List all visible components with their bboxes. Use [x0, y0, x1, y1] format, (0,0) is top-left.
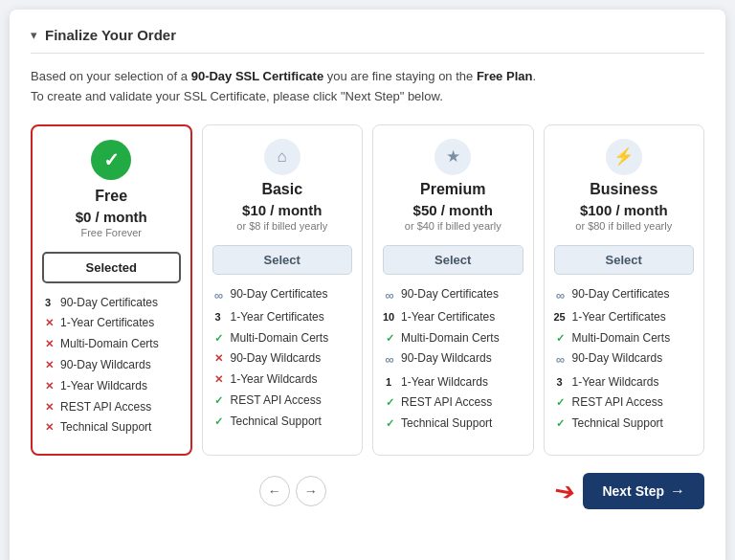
- feature-item: ✕Technical Support: [42, 419, 181, 436]
- feature-check-icon: ✓: [554, 395, 568, 410]
- feature-item: ✓Technical Support: [383, 415, 523, 432]
- feature-num-icon: 3: [554, 375, 568, 390]
- plan-name: Free: [42, 188, 181, 205]
- feature-inf-icon: ∞: [383, 351, 396, 369]
- feature-num-icon: 3: [42, 296, 56, 310]
- main-container: ▾ Finalize Your Order Based on your sele…: [10, 10, 725, 560]
- feature-text: REST API Access: [60, 399, 151, 415]
- plan-icon-star: ★: [434, 139, 471, 175]
- plan-billing: or $8 if billed yearly: [212, 220, 353, 235]
- next-step-button[interactable]: Next Step →: [583, 473, 704, 509]
- plan-name: Business: [554, 181, 695, 198]
- feature-item: ✓Technical Support: [212, 414, 353, 430]
- plan-select-button[interactable]: Select: [212, 245, 353, 275]
- feature-text: REST API Access: [401, 394, 492, 411]
- feature-text: 90-Day Certificates: [572, 286, 670, 302]
- feature-count: 1: [386, 376, 391, 388]
- feature-text: 1-Year Certificates: [572, 309, 666, 325]
- feature-text: 90-Day Certificates: [60, 295, 158, 311]
- feature-text: Multi-Domain Certs: [60, 336, 159, 352]
- feature-check-icon: ✓: [212, 414, 226, 429]
- feature-item: ✕REST API Access: [42, 399, 181, 415]
- feature-item: ✓REST API Access: [212, 392, 353, 409]
- plan-price: $100 / month: [554, 202, 695, 218]
- feature-check-icon: ✓: [383, 416, 396, 431]
- feature-text: 1-Year Wildcards: [572, 374, 659, 391]
- feature-text: 1-Year Wildcards: [231, 371, 318, 388]
- feature-check-icon: ✓: [212, 393, 226, 408]
- feature-inf-icon: ∞: [554, 351, 568, 369]
- feature-item: ✕90-Day Wildcards: [212, 350, 353, 367]
- feature-num-icon: 25: [554, 310, 568, 325]
- nav-arrows: ← →: [259, 476, 326, 506]
- feature-text: REST API Access: [572, 394, 663, 411]
- feature-list: 390-Day Certificates✕1-Year Certificates…: [42, 295, 181, 437]
- plan-billing: or $80 if billed yearly: [554, 220, 695, 235]
- plan-select-button[interactable]: Select: [383, 245, 523, 275]
- feature-text: Technical Support: [401, 415, 492, 432]
- back-button[interactable]: ←: [259, 476, 290, 506]
- feature-check-icon: ✓: [383, 395, 396, 410]
- info-text: Based on your selection of a 90-Day SSL …: [31, 67, 704, 107]
- feature-count: 3: [556, 376, 562, 388]
- feature-text: Technical Support: [231, 414, 322, 430]
- feature-text: 1-Year Wildcards: [60, 378, 147, 394]
- feature-text: 1-Year Wildcards: [401, 374, 488, 391]
- feature-text: 90-Day Certificates: [231, 286, 328, 302]
- feature-text: 1-Year Certificates: [60, 315, 154, 331]
- next-step-arrow-icon: →: [670, 482, 685, 500]
- feature-inf-icon: ∞: [554, 287, 568, 304]
- feature-cross-icon: ✕: [212, 351, 226, 366]
- feature-check-icon: ✓: [383, 331, 396, 346]
- feature-text: Technical Support: [60, 419, 151, 436]
- feature-count: 3: [45, 297, 51, 308]
- red-arrow-pointer: ➔: [552, 475, 578, 507]
- feature-item: ✕1-Year Wildcards: [212, 371, 353, 388]
- plan-icon-free: ✓: [91, 140, 131, 180]
- feature-check-icon: ✓: [554, 331, 568, 346]
- feature-cross-icon: ✕: [42, 316, 56, 330]
- feature-cross-icon: ✕: [42, 379, 56, 393]
- feature-check-icon: ✓: [212, 331, 226, 346]
- section-title: Finalize Your Order: [45, 27, 176, 43]
- feature-list: ∞90-Day Certificates31-Year Certificates…: [212, 286, 353, 430]
- plan-name: Basic: [212, 181, 353, 198]
- feature-cross-icon: ✕: [42, 400, 56, 414]
- feature-text: REST API Access: [231, 392, 322, 409]
- feature-item: ∞90-Day Certificates: [383, 286, 523, 304]
- chevron-icon: ▾: [31, 28, 37, 42]
- feature-text: Technical Support: [572, 415, 663, 432]
- plans-grid: ✓ Free $0 / month Free Forever Selected …: [31, 124, 704, 457]
- plan-price: $0 / month: [42, 209, 181, 225]
- feature-item: ∞90-Day Wildcards: [554, 350, 695, 369]
- feature-text: Multi-Domain Certs: [401, 330, 500, 347]
- feature-text: 90-Day Certificates: [401, 286, 499, 302]
- feature-item: 11-Year Wildcards: [383, 374, 523, 391]
- feature-item: ✓Technical Support: [554, 415, 695, 432]
- next-step-label: Next Step: [602, 483, 664, 499]
- plan-select-button[interactable]: Select: [554, 245, 695, 275]
- feature-num-icon: 1: [383, 375, 396, 390]
- plan-select-button[interactable]: Selected: [42, 252, 181, 283]
- feature-text: 90-Day Wildcards: [60, 357, 151, 373]
- feature-item: ∞90-Day Certificates: [212, 286, 353, 304]
- feature-item: ✓Multi-Domain Certs: [554, 330, 695, 347]
- feature-item: ∞90-Day Wildcards: [383, 350, 523, 369]
- feature-list: ∞90-Day Certificates101-Year Certificate…: [383, 286, 523, 432]
- feature-count: 25: [554, 311, 566, 323]
- feature-cross-icon: ✕: [42, 358, 56, 372]
- info-text-1: Based on your selection of a: [31, 69, 191, 83]
- info-text-4: To create and validate your SSL Certific…: [31, 89, 443, 103]
- feature-item: ∞90-Day Certificates: [554, 286, 695, 304]
- forward-button[interactable]: →: [296, 476, 326, 506]
- feature-num-icon: 3: [212, 310, 226, 325]
- feature-cross-icon: ✕: [212, 372, 226, 387]
- info-text-2: you are fine staying on the: [323, 69, 477, 83]
- feature-count: 10: [383, 311, 394, 323]
- feature-cross-icon: ✕: [42, 337, 56, 351]
- plan-billing: or $40 if billed yearly: [383, 220, 523, 235]
- highlight-plan: Free Plan: [477, 69, 533, 83]
- feature-item: 31-Year Certificates: [212, 309, 353, 325]
- plan-card-business: ⚡ Business $100 / month or $80 if billed…: [544, 124, 705, 457]
- feature-item: ✕Multi-Domain Certs: [42, 336, 181, 352]
